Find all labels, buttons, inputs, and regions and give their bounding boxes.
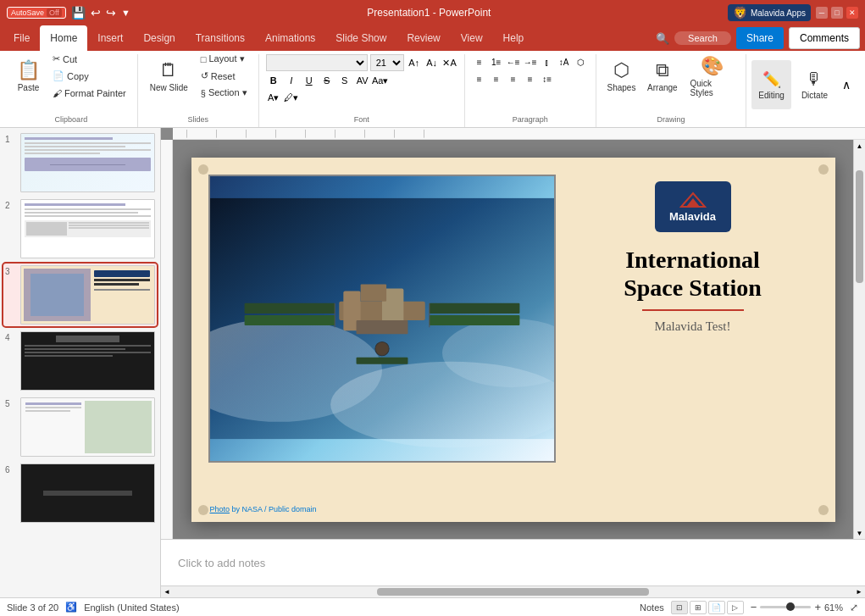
scrollbar-horizontal[interactable]: ◄ ►: [161, 585, 865, 597]
notes-button[interactable]: Notes: [640, 602, 664, 613]
font-color-button[interactable]: A▾: [266, 90, 281, 105]
ribbon-content: 📋 Paste ✂Cut 📄Copy 🖌Format Painter Clipb…: [0, 51, 865, 127]
slideshow-button[interactable]: ▷: [727, 601, 744, 614]
tab-help[interactable]: Help: [493, 25, 535, 51]
layout-button[interactable]: □Layout ▾: [197, 52, 252, 67]
shadow-button[interactable]: S: [337, 73, 352, 88]
svg-rect-14: [356, 320, 408, 334]
reading-view-button[interactable]: 📄: [708, 601, 725, 614]
notes-area[interactable]: Click to add notes: [161, 539, 865, 585]
shapes-button[interactable]: ⬡ Shapes: [603, 52, 640, 101]
zoom-slider[interactable]: [760, 606, 811, 608]
tab-file[interactable]: File: [3, 25, 40, 51]
scrollbar-vertical[interactable]: ▲ ▼: [853, 140, 865, 539]
slide-thumb-3[interactable]: 3: [3, 264, 157, 326]
para-row-1: ≡ 1≡ ←≡ →≡ ⫿ ↕A ⬡: [472, 54, 589, 69]
status-left: Slide 3 of 20 ♿ English (United States): [7, 602, 180, 613]
slide-thumb-1[interactable]: 1: [3, 131, 157, 194]
paste-button[interactable]: 📋 Paste: [12, 52, 45, 101]
slide-preview-4: [20, 331, 155, 391]
align-justify-button[interactable]: ≡: [523, 71, 538, 86]
bold-button[interactable]: B: [266, 73, 281, 88]
columns-button[interactable]: ⫿: [540, 54, 555, 69]
slide-thumb-4[interactable]: 4: [3, 330, 157, 392]
restore-button[interactable]: □: [831, 7, 843, 19]
slide-image-area[interactable]: [208, 175, 556, 463]
decrease-indent-button[interactable]: ←≡: [506, 54, 521, 69]
slide-thumb-5[interactable]: 5: [3, 396, 157, 458]
undo-icon[interactable]: ↩: [91, 6, 101, 19]
scroll-thumb-h[interactable]: [377, 588, 649, 596]
dictate-button[interactable]: 🎙 Dictate: [796, 60, 833, 109]
customize-icon[interactable]: ▼: [121, 8, 130, 18]
tab-slide-show[interactable]: Slide Show: [325, 25, 396, 51]
editing-button[interactable]: ✏️ Editing: [751, 60, 791, 109]
tab-view[interactable]: View: [451, 25, 493, 51]
text-direction-button[interactable]: ↕A: [557, 54, 572, 69]
tab-review[interactable]: Review: [396, 25, 450, 51]
cut-button[interactable]: ✂Cut: [48, 52, 130, 67]
autosave-badge[interactable]: AutoSave Off: [7, 7, 66, 19]
increase-font-button[interactable]: A↑: [407, 55, 422, 70]
tab-transitions[interactable]: Transitions: [186, 25, 255, 51]
bullets-button[interactable]: ≡: [472, 54, 487, 69]
credit-link[interactable]: Photo: [210, 505, 230, 513]
save-icon[interactable]: 💾: [71, 6, 86, 19]
tab-insert[interactable]: Insert: [87, 25, 133, 51]
language: English (United States): [84, 602, 180, 613]
scroll-right-button[interactable]: ►: [853, 586, 865, 598]
convert-smartart-button[interactable]: ⬡: [574, 54, 589, 69]
canvas-scroll[interactable]: Malavida InternationalSpace Station Mala…: [173, 140, 853, 539]
char-spacing-button[interactable]: AV: [355, 73, 370, 88]
align-center-button[interactable]: ≡: [489, 71, 504, 86]
tab-animations[interactable]: Animations: [255, 25, 325, 51]
title-text: Presentation1 - PowerPoint: [367, 7, 491, 19]
slide-sorter-button[interactable]: ⊞: [690, 601, 707, 614]
font-family-select[interactable]: [266, 54, 368, 71]
close-button[interactable]: ✕: [846, 7, 858, 19]
text-highlight-button[interactable]: 🖊▾: [284, 90, 299, 105]
comments-button[interactable]: Comments: [789, 27, 860, 49]
zoom-in-button[interactable]: +: [814, 601, 821, 613]
arrange-button[interactable]: ⧉ Arrange: [643, 52, 681, 101]
zoom-out-button[interactable]: −: [751, 601, 757, 613]
svg-rect-9: [244, 314, 335, 325]
align-left-button[interactable]: ≡: [472, 71, 487, 86]
change-case-button[interactable]: Aa▾: [373, 73, 388, 88]
format-painter-button[interactable]: 🖌Format Painter: [48, 86, 130, 101]
increase-indent-button[interactable]: →≡: [523, 54, 538, 69]
scroll-down-button[interactable]: ▼: [854, 527, 865, 539]
strikethrough-button[interactable]: S: [319, 73, 335, 88]
align-right-button[interactable]: ≡: [506, 71, 521, 86]
font-size-select[interactable]: 21: [370, 54, 404, 71]
scroll-thumb-v[interactable]: [856, 170, 863, 283]
quick-styles-button[interactable]: 🎨 Quick Styles: [685, 52, 739, 101]
fit-slide-button[interactable]: ⤢: [850, 602, 858, 613]
normal-view-button[interactable]: ⊡: [671, 601, 688, 614]
section-button[interactable]: §Section ▾: [197, 86, 252, 101]
redo-icon[interactable]: ↪: [106, 6, 116, 19]
new-slide-button[interactable]: 🗒 New Slide: [145, 52, 193, 101]
tab-design[interactable]: Design: [133, 25, 185, 51]
slides-label: Slides: [187, 115, 208, 124]
italic-button[interactable]: I: [284, 73, 299, 88]
svg-rect-12: [429, 314, 519, 325]
scroll-up-button[interactable]: ▲: [854, 140, 865, 152]
slide-thumb-6[interactable]: 6: [3, 462, 157, 524]
scroll-left-button[interactable]: ◄: [161, 586, 173, 598]
numbering-button[interactable]: 1≡: [489, 54, 504, 69]
tab-home[interactable]: Home: [40, 25, 87, 51]
copy-button[interactable]: 📄Copy: [48, 69, 130, 84]
slide-thumb-2[interactable]: 2: [3, 197, 157, 260]
reset-button[interactable]: ↺Reset: [197, 69, 252, 84]
underline-button[interactable]: U: [302, 73, 317, 88]
share-button[interactable]: Share: [736, 27, 784, 49]
decrease-font-button[interactable]: A↓: [424, 55, 440, 70]
clear-format-button[interactable]: ✕A: [442, 55, 457, 70]
search-input[interactable]: Search: [674, 31, 731, 45]
line-spacing-button[interactable]: ↕≡: [540, 71, 555, 86]
minimize-button[interactable]: ─: [816, 7, 828, 19]
ruler-vertical: [161, 140, 173, 539]
collapse-ribbon-button[interactable]: ∧: [838, 76, 855, 93]
ribbon: File Home Insert Design Transitions Anim…: [0, 25, 865, 128]
